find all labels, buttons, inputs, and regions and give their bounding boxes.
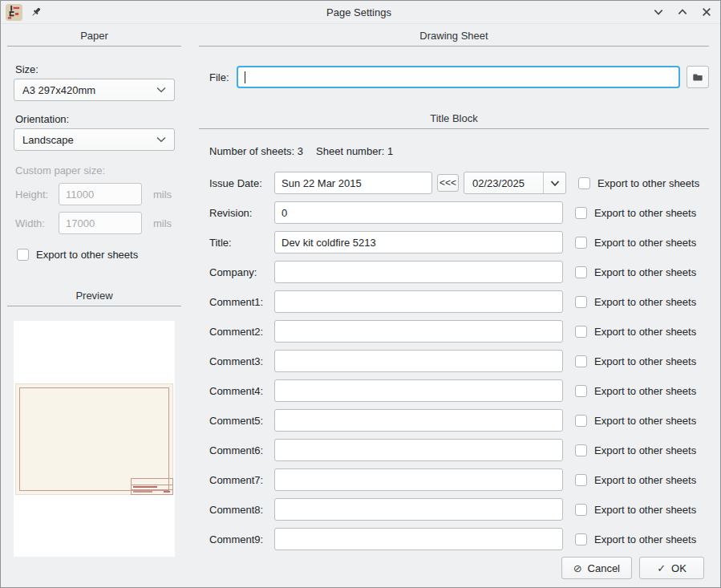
comment6-row: Comment6: Export to other sheets [199,439,709,461]
chevron-down-icon[interactable] [653,6,664,18]
browse-button[interactable] [687,66,709,88]
comment1-row: Comment1: Export to other sheets [199,290,709,313]
preview-border-frame [19,387,169,491]
export-label: Export to other sheets [36,249,138,261]
comment9-input[interactable] [274,528,563,550]
cancel-icon: ⊘ [573,563,582,574]
preview-section-header: Preview [7,290,181,306]
export-option: Export to other sheets [575,266,696,278]
comment8-input[interactable] [274,498,563,521]
field-label: Comment4: [209,385,274,397]
comment4-input[interactable] [274,379,563,402]
kicad-app-icon [6,4,22,21]
comment9-row: Comment9: Export to other sheets [199,528,709,550]
field-label: Comment3: [209,355,274,367]
export-option: Export to other sheets [575,415,696,427]
revision-row: Revision: Export to other sheets [199,201,709,224]
orientation-label: Orientation: [15,113,181,125]
text-caret [245,71,245,83]
date-picker-value: 02/23/2025 [464,177,543,189]
export-checkbox[interactable] [575,207,587,219]
sheet-preview [14,321,175,557]
cancel-button[interactable]: ⊘ Cancel [561,557,632,579]
export-checkbox[interactable] [575,355,587,367]
comment3-row: Comment3: Export to other sheets [199,350,709,372]
comment4-row: Comment4: Export to other sheets [199,379,709,402]
file-input[interactable] [237,66,680,88]
comment1-input[interactable] [274,290,563,313]
comment6-input[interactable] [274,439,563,461]
export-checkbox[interactable] [575,504,587,516]
width-input[interactable] [59,212,142,234]
export-checkbox[interactable] [575,385,587,397]
custom-height-row: Height: mils [15,183,181,205]
chevron-down-icon [156,136,166,143]
height-unit: mils [153,189,172,201]
export-option: Export to other sheets [575,355,696,367]
paper-size-value: A3 297x420mm [22,84,95,96]
orientation-value: Landscape [22,134,74,146]
export-option: Export to other sheets [575,474,696,486]
comment3-input[interactable] [274,350,563,372]
comment7-input[interactable] [274,468,563,491]
sheet-info-row: Number of sheets: 3 Sheet number: 1 [209,145,709,157]
folder-icon [692,72,703,83]
export-label: Export to other sheets [594,504,696,516]
custom-width-row: Width: mils [15,212,181,234]
date-picker-arrow[interactable] [543,172,565,193]
file-row: File: [199,66,709,88]
date-picker[interactable]: 02/23/2025 [464,172,566,194]
export-checkbox[interactable] [575,266,587,278]
titlebar: Page Settings [1,1,720,24]
export-label: Export to other sheets [594,385,696,397]
paper-section-header: Paper [7,30,181,47]
export-checkbox[interactable] [575,326,587,338]
number-of-sheets: Number of sheets: 3 [209,145,303,157]
comment5-input[interactable] [274,409,563,432]
title-input[interactable] [274,231,563,253]
comment5-row: Comment5: Export to other sheets [199,409,709,432]
check-icon: ✓ [657,563,666,574]
title-block-section-header: Title Block [199,112,709,129]
revision-input[interactable] [274,201,563,224]
export-checkbox[interactable] [575,474,587,486]
close-icon[interactable] [701,6,712,18]
comment8-row: Comment8: Export to other sheets [199,498,709,521]
copy-date-button[interactable]: <<< [437,174,459,192]
comment2-input[interactable] [274,320,563,343]
export-checkbox[interactable] [578,177,590,189]
export-checkbox[interactable] [575,296,587,308]
window-title: Page Settings [158,6,560,18]
pin-icon[interactable] [30,6,42,18]
height-input[interactable] [59,183,142,205]
export-option: Export to other sheets [575,326,696,338]
export-checkbox[interactable] [575,237,587,249]
export-label: Export to other sheets [594,474,696,486]
preview-paper-sheet [15,383,173,495]
export-option: Export to other sheets [575,385,696,397]
chevron-up-icon[interactable] [677,6,688,18]
field-label: Comment6: [209,444,274,456]
sheet-number: Sheet number: 1 [316,145,393,157]
field-label: Comment7: [209,474,274,486]
file-label: File: [209,71,229,83]
company-row: Company: Export to other sheets [199,261,709,283]
export-checkbox[interactable] [575,533,587,545]
export-label: Export to other sheets [594,533,696,545]
paper-size-select[interactable]: A3 297x420mm [14,79,175,101]
company-input[interactable] [274,261,563,283]
export-label: Export to other sheets [594,237,696,249]
comment2-row: Comment2: Export to other sheets [199,320,709,343]
chevron-down-icon [156,87,166,93]
export-checkbox[interactable] [575,415,587,427]
field-label: Company: [209,266,274,278]
issue-date-input[interactable] [274,172,432,194]
export-label: Export to other sheets [594,326,696,338]
export-checkbox[interactable] [575,444,587,456]
orientation-select[interactable]: Landscape [14,128,175,151]
chevron-down-icon [550,180,560,187]
export-label: Export to other sheets [594,296,696,308]
export-checkbox[interactable] [17,249,29,261]
field-label: Comment5: [209,415,274,427]
ok-button[interactable]: ✓ OK [639,557,704,579]
